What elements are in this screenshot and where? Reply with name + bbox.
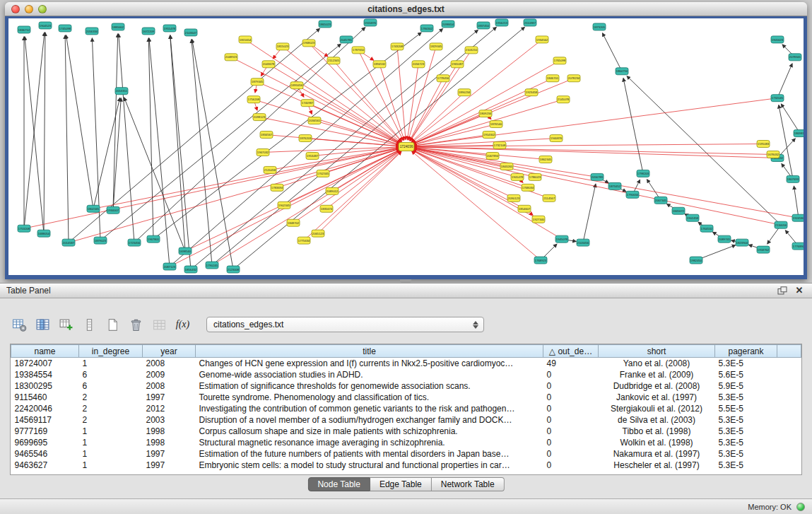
table-cell[interactable]: Wolkin et al. (1998) [599, 437, 715, 448]
table-cell[interactable]: 1998 [143, 426, 196, 437]
graph-node[interactable]: 1869874 [794, 130, 804, 137]
graph-edge[interactable] [413, 148, 597, 177]
graph-node[interactable]: 1672209 [142, 28, 155, 35]
table-cell[interactable]: 9115460 [11, 392, 79, 403]
graph-node[interactable]: 1845672 [672, 207, 685, 214]
graph-edge[interactable] [44, 33, 45, 233]
graph-edge[interactable] [245, 40, 401, 143]
graph-node[interactable]: 1953487 [306, 152, 319, 159]
table-cell[interactable]: 1 [79, 358, 143, 369]
graph-edge[interactable] [379, 64, 404, 140]
graph-edge[interactable] [100, 44, 341, 240]
graph-node[interactable]: 2048923 [225, 54, 237, 61]
table-cell[interactable]: 2 [79, 414, 143, 426]
close-window-button[interactable] [11, 5, 20, 13]
table-cell[interactable]: 9777169 [11, 426, 79, 437]
table-cell[interactable]: 6 [79, 369, 143, 380]
graph-node[interactable]: 1786023 [529, 173, 541, 180]
tab-edge-table[interactable]: Edge Table [370, 477, 432, 491]
graph-node[interactable]: 1678432 [767, 151, 779, 158]
graph-node[interactable]: 1595083 [757, 141, 770, 148]
graph-node[interactable]: 2043678 [262, 61, 275, 68]
select-columns-button[interactable] [33, 315, 52, 334]
table-cell[interactable]: Structural magnetic resonance image aver… [196, 437, 543, 448]
graph-node[interactable]: 1958762 [757, 246, 770, 253]
graph-node[interactable]: 1894532 [373, 61, 386, 68]
table-cell[interactable]: 2003 [143, 414, 196, 426]
graph-node[interactable]: 1956213 [495, 19, 508, 26]
table-cell[interactable]: Tourette syndrome. Phenomenology and cla… [196, 392, 543, 403]
tab-network-table[interactable]: Network Table [432, 477, 505, 491]
network-canvas[interactable]: 1836712190452317450982056334188340216722… [8, 18, 804, 275]
table-cell[interactable]: 5.3E-5 [715, 460, 777, 471]
graph-node[interactable]: 2120458 [264, 166, 276, 173]
graph-node[interactable]: 2056723 [412, 61, 425, 68]
graph-node[interactable]: 1902345 [278, 201, 290, 209]
graph-edge[interactable] [93, 98, 120, 209]
graph-node[interactable]: 1837450 [477, 22, 490, 29]
float-panel-icon[interactable] [776, 285, 789, 296]
table-cell[interactable]: 5.5E-5 [715, 403, 777, 414]
memory-indicator[interactable] [796, 503, 805, 511]
table-cell[interactable]: Nakamura et al. (1997) [599, 448, 715, 460]
graph-edge[interactable] [148, 38, 153, 239]
table-cell[interactable]: 5.3E-5 [715, 426, 777, 437]
table-row[interactable]: 911546021997Tourette syndrome. Phenomeno… [11, 392, 801, 403]
graph-node[interactable]: 1815023 [276, 43, 289, 50]
graph-edge[interactable] [407, 64, 418, 140]
graph-edge[interactable] [314, 121, 399, 145]
column-header-year[interactable]: year [143, 345, 196, 358]
table-cell[interactable]: Jankovic et al. (1997) [599, 392, 715, 403]
graph-edge[interactable] [304, 151, 401, 240]
graph-node[interactable]: 2112345 [327, 57, 340, 64]
table-cell[interactable]: Tibbo et al. (1998) [599, 426, 715, 437]
table-row[interactable]: 977716911998Corpus callosum shape and si… [11, 426, 801, 437]
graph-node[interactable]: 1764532 [700, 225, 713, 232]
table-cell[interactable]: 49 [543, 358, 599, 369]
table-cell[interactable]: 5.6E-5 [715, 369, 777, 380]
graph-edge[interactable] [66, 35, 93, 209]
graph-node[interactable]: 1905478 [511, 173, 524, 180]
graph-node[interactable]: 2089012 [326, 187, 339, 194]
table-cell[interactable]: 9465546 [11, 448, 79, 460]
table-cell[interactable]: Yano et al. (2008) [599, 358, 715, 369]
graph-edge[interactable] [413, 148, 781, 226]
graph-node[interactable]: 2087123 [163, 263, 176, 270]
graph-edge[interactable] [192, 40, 212, 265]
graph-edge[interactable] [149, 38, 170, 267]
function-button[interactable]: f(x) [173, 315, 192, 334]
graph-node[interactable]: 2114567 [543, 194, 555, 201]
table-cell[interactable]: Franke et al. (2009) [599, 369, 715, 380]
graph-node[interactable]: 2078341 [789, 54, 801, 61]
graph-node[interactable]: 1835674 [320, 205, 333, 212]
graph-node[interactable]: 1843265 [500, 163, 513, 170]
graph-edge[interactable] [413, 98, 777, 146]
graph-node[interactable]: 1768034 [522, 184, 534, 191]
zoom-window-button[interactable] [38, 5, 47, 13]
graph-node[interactable]: 1743208 [391, 43, 404, 50]
graph-node[interactable]: 1732108 [493, 142, 506, 149]
graph-node[interactable]: 1815654 [239, 36, 252, 43]
table-cell[interactable]: 5.3E-5 [715, 392, 777, 403]
graph-node[interactable]: 1745098 [59, 25, 71, 32]
graph-node[interactable]: 1893456 [290, 82, 303, 89]
graph-node[interactable]: 1923458 [525, 89, 538, 96]
graph-node[interactable]: 1765098 [553, 57, 566, 64]
graph-node[interactable]: 1927340 [532, 216, 545, 223]
table-row[interactable]: 2242004622012Investigating the contribut… [11, 403, 801, 414]
graph-node[interactable]: 1768923 [534, 257, 547, 264]
graph-edge[interactable] [410, 64, 457, 141]
table-cell[interactable]: 18300295 [11, 380, 79, 392]
graph-node[interactable]: 2145078 [557, 96, 570, 103]
graph-node[interactable]: 1876203 [299, 135, 312, 142]
graph-node[interactable]: 1778456 [437, 75, 449, 82]
graph-node[interactable]: 2103456 [577, 239, 589, 246]
table-cell[interactable]: 6 [79, 380, 143, 392]
table-cell[interactable]: 2009 [143, 369, 196, 380]
graph-node[interactable]: 1873205 [593, 23, 606, 30]
graph-edge[interactable] [413, 148, 799, 218]
graph-edge[interactable] [293, 151, 401, 223]
table-cell[interactable]: 1 [79, 448, 143, 460]
table-cell[interactable]: Genome-wide association studies in ADHD. [196, 369, 543, 380]
graph-node[interactable]: 1965087 [451, 61, 464, 68]
